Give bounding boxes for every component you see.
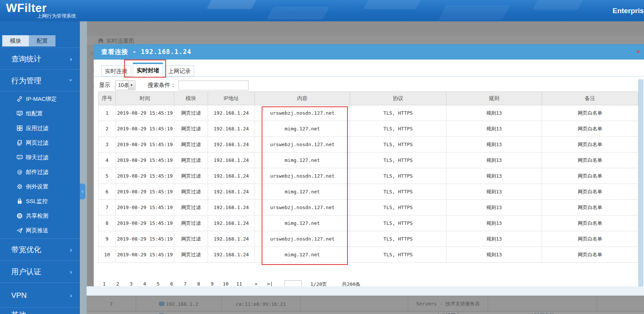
sidebar-tab-modules[interactable]: 模块 bbox=[2, 35, 29, 46]
close-icon[interactable]: × bbox=[637, 48, 640, 55]
dropdown-arrow-icon[interactable] bbox=[128, 81, 135, 90]
monitor-icon bbox=[159, 302, 165, 307]
gear-icon bbox=[16, 183, 23, 190]
cell-rule: 规则13 bbox=[446, 231, 542, 247]
chevron-right-icon bbox=[70, 55, 72, 63]
column-header: 模块 bbox=[174, 92, 208, 105]
table-header-row: 序号时间模块IP地址内容协议规则备注 bbox=[99, 92, 638, 105]
sidebar-section-vpn[interactable]: VPN bbox=[0, 283, 80, 307]
cell-module: 网页过滤 bbox=[174, 121, 208, 137]
column-header: 备注 bbox=[542, 92, 638, 105]
sidebar-item-web-push[interactable]: 网页推送 bbox=[0, 223, 80, 238]
page-number[interactable]: 1 bbox=[99, 281, 110, 286]
sidebar-tab-config[interactable]: 配置 bbox=[29, 35, 55, 46]
page-number[interactable]: 3 bbox=[126, 281, 137, 286]
cell-module: 网页过滤 bbox=[174, 184, 208, 200]
app-logo-subtitle: 上网行为管理系统 bbox=[37, 13, 76, 19]
page-number[interactable]: 5 bbox=[153, 281, 164, 286]
cell-no: 3 bbox=[99, 137, 116, 153]
last-page-button[interactable]: >| bbox=[264, 281, 276, 286]
top-header: WFilter 上网行为管理系统 Enterprise bbox=[0, 0, 644, 21]
sidebar-collapse-handle[interactable]: ‹ bbox=[80, 184, 85, 199]
page-number[interactable]: 11 bbox=[234, 281, 245, 286]
sidebar-section-behavior-mgmt[interactable]: 行为管理 bbox=[0, 69, 80, 91]
page-number[interactable]: 2 bbox=[112, 281, 123, 286]
cell-time: 2019-08-29 15:45:19 bbox=[116, 121, 174, 137]
edition-label: Enterprise bbox=[613, 7, 644, 15]
page-number[interactable]: 9 bbox=[207, 281, 218, 286]
sidebar-item-group-config[interactable]: 组配置 bbox=[0, 106, 80, 121]
cell-note: 网页白名单 bbox=[542, 137, 638, 153]
page-size-select[interactable]: 10条 bbox=[115, 81, 135, 90]
vertical-scrollbar[interactable] bbox=[638, 79, 643, 286]
sidebar-section-bandwidth[interactable]: 带宽优化 bbox=[0, 238, 80, 260]
sidebar-section-query-stats[interactable]: 查询统计 bbox=[0, 48, 80, 69]
cell-time: 2019-08-29 15:45:19 bbox=[116, 153, 174, 168]
page-number[interactable]: 8 bbox=[193, 281, 204, 286]
cell-note: 网页白名单 bbox=[542, 215, 638, 231]
next-pages-button[interactable]: » bbox=[250, 281, 262, 286]
background-table-row: 7 192.168.1.2 ce:11:e6:99:1b:21 Servers … bbox=[87, 296, 644, 311]
svg-text:@: @ bbox=[17, 169, 22, 175]
sidebar: 模块 配置 查询统计 行为管理 IP-MAC绑定 组配置 bbox=[0, 21, 80, 314]
cell-note: 网页白名单 bbox=[542, 247, 638, 263]
cell-module: 网页过滤 bbox=[174, 168, 208, 184]
sidebar-item-ip-mac-binding[interactable]: IP-MAC绑定 bbox=[0, 91, 80, 106]
cell-ip: 192.168.1.24 bbox=[208, 247, 255, 263]
page-number[interactable]: 10 bbox=[220, 281, 231, 286]
cell-module: 网页过滤 bbox=[174, 105, 208, 121]
cell-module: 网页过滤 bbox=[174, 153, 208, 168]
background-ip-cell: 192.168.1.2 bbox=[136, 296, 222, 312]
column-header: IP地址 bbox=[208, 92, 255, 105]
cell-rule: 规则13 bbox=[446, 121, 542, 137]
cell-rule: 规则13 bbox=[446, 200, 542, 215]
cell-time: 2019-08-29 15:45:19 bbox=[116, 247, 174, 263]
sidebar-item-ssl-monitor[interactable]: SSL监控 bbox=[0, 194, 80, 208]
cell-ip: 192.168.1.24 bbox=[208, 184, 255, 200]
chevron-down-icon bbox=[67, 79, 75, 81]
page-number[interactable]: 6 bbox=[166, 281, 177, 286]
cell-module: 网页过滤 bbox=[174, 231, 208, 247]
search-input[interactable] bbox=[178, 81, 249, 90]
dialog-titlebar[interactable]: 查看连接 - 192.168.1.24 × bbox=[94, 44, 644, 60]
goto-page-input[interactable] bbox=[285, 280, 302, 286]
column-header: 规则 bbox=[446, 92, 542, 105]
cell-note: 网页白名单 bbox=[542, 153, 638, 168]
cell-protocol: TLS, HTTPS bbox=[350, 184, 446, 200]
tab-browsing-history[interactable]: 上网记录 bbox=[165, 65, 194, 76]
chevron-right-icon bbox=[70, 291, 72, 299]
sidebar-item-share-detect[interactable]: 共享检测 bbox=[0, 208, 80, 223]
home-icon bbox=[97, 37, 104, 44]
sidebar-item-app-filter[interactable]: 应用过滤 bbox=[0, 121, 80, 135]
dialog-title: 查看连接 - 192.168.1.24 bbox=[101, 48, 192, 56]
cell-rule: 规则13 bbox=[446, 137, 542, 153]
page-number[interactable]: 7 bbox=[180, 281, 191, 286]
cell-ip: 192.168.1.24 bbox=[208, 200, 255, 215]
cell-rule: 规则13 bbox=[446, 105, 542, 121]
sidebar-item-exception-settings[interactable]: 例外设置 bbox=[0, 179, 80, 194]
sidebar-item-chat-filter[interactable]: 聊天过滤 bbox=[0, 150, 80, 164]
cell-rule: 规则13 bbox=[446, 215, 542, 231]
table-row: 6 2019-08-29 15:45:19 网页过滤 192.168.1.24 … bbox=[99, 184, 638, 200]
sidebar-section-user-auth[interactable]: 用户认证 bbox=[0, 260, 80, 283]
cell-time: 2019-08-29 15:45:19 bbox=[116, 105, 174, 121]
blocks-table: 序号时间模块IP地址内容协议规则备注 1 2019-08-29 15:45:19… bbox=[98, 91, 638, 263]
chat-icon bbox=[16, 154, 23, 160]
screen: WFilter 上网行为管理系统 Enterprise 模块 配置 查询统计 行… bbox=[0, 0, 644, 314]
grid-icon bbox=[16, 125, 23, 131]
table-row: 3 2019-08-29 15:45:19 网页过滤 192.168.1.24 … bbox=[99, 137, 638, 153]
sidebar-section-other[interactable]: 其他 bbox=[0, 307, 80, 314]
page-number[interactable]: 4 bbox=[139, 281, 150, 286]
cell-protocol: TLS, HTTPS bbox=[350, 200, 446, 215]
show-label: 显示 bbox=[99, 82, 110, 89]
sidebar-item-mail-filter[interactable]: @ 邮件过滤 bbox=[0, 164, 80, 179]
sidebar-item-web-filter[interactable]: 网页过滤 bbox=[0, 135, 80, 150]
table-row: 8 2019-08-29 15:45:19 网页过滤 192.168.1.24 … bbox=[99, 215, 638, 231]
page-info: 1/20页 bbox=[310, 281, 327, 286]
view-connections-dialog: 查看连接 - 192.168.1.24 × 实时连接 实时封堵 上网记录 显示 … bbox=[94, 44, 644, 286]
cell-protocol: TLS, HTTPS bbox=[350, 137, 446, 153]
cell-no: 10 bbox=[99, 247, 116, 263]
column-header: 内容 bbox=[255, 92, 350, 105]
cell-note: 网页白名单 bbox=[542, 168, 638, 184]
cell-ip: 192.168.1.24 bbox=[208, 231, 255, 247]
